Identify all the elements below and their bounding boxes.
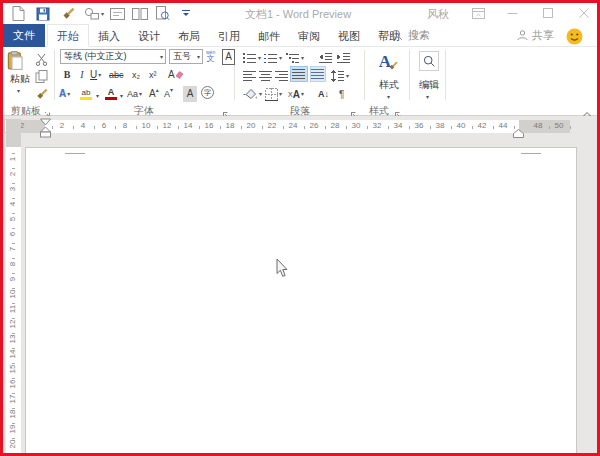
font-name-combo[interactable]: 等线 (中文正文) ▾ — [60, 49, 166, 64]
save-icon[interactable] — [34, 5, 52, 22]
feedback-smiley-icon[interactable] — [566, 28, 583, 49]
ruler-number: 5 — [9, 213, 17, 225]
side-by-side-pages-icon[interactable] — [131, 5, 149, 22]
styles-dropdown-arrow-icon[interactable]: ▾ — [386, 89, 390, 105]
enclose-characters-button[interactable]: 字 — [201, 86, 214, 99]
character-shading-button[interactable]: A — [183, 86, 197, 102]
format-painter-button[interactable] — [35, 86, 49, 102]
distribute-text-button[interactable] — [310, 66, 326, 82]
dropdown-arrow-icon: ▾ — [139, 91, 142, 97]
ruler-tick — [367, 126, 368, 129]
format-painter-brush-icon[interactable] — [59, 5, 77, 22]
cut-button[interactable] — [35, 51, 48, 67]
font-color-bar — [105, 97, 117, 100]
change-case-button[interactable]: Aa▾ — [127, 86, 142, 102]
share-label: 共享 — [532, 28, 554, 43]
highlight-dropdown-arrow-icon[interactable]: ▾ — [95, 88, 99, 104]
grow-font-button[interactable]: A▴ — [149, 86, 159, 102]
font-color-button[interactable]: A — [105, 86, 117, 102]
increase-indent-button[interactable] — [337, 50, 351, 66]
v-ruler[interactable]: 1234567891011121314151617181920 — [5, 117, 22, 453]
h-ruler[interactable]: 2246810121416182022242628303234363840424… — [0, 119, 600, 135]
ribbon-display-options-icon[interactable] — [465, 3, 491, 23]
ruler-number: 6 — [9, 228, 17, 240]
customize-quick-access-toolbar-icon[interactable] — [177, 5, 195, 22]
collapse-ribbon-icon[interactable] — [582, 104, 591, 113]
ruler-tick — [325, 126, 326, 129]
ruler-number: 32 — [373, 122, 382, 130]
multilevel-list-button[interactable]: ▾ — [286, 50, 304, 66]
line-spacing-button[interactable]: ▾ — [331, 68, 349, 84]
tab-file[interactable]: 文件 — [3, 24, 45, 47]
editing-button[interactable] — [419, 51, 439, 71]
ruler-tick — [346, 126, 347, 129]
tab-引用[interactable]: 引用 — [209, 24, 249, 47]
minimize-button[interactable] — [499, 3, 525, 23]
pilcrow-glyph: ¶ — [339, 89, 344, 100]
document-page[interactable] — [25, 147, 577, 456]
justify-button[interactable] — [290, 66, 308, 82]
bullets-button[interactable]: ▾ — [243, 50, 261, 66]
ruler-tick — [12, 303, 15, 304]
paste-button[interactable] — [7, 50, 24, 70]
decrease-indent-button[interactable] — [319, 50, 333, 66]
underline-button[interactable]: U▾ — [90, 67, 101, 83]
align-center-button[interactable] — [259, 68, 273, 84]
font-dialog-launcher-icon[interactable] — [223, 106, 232, 115]
share-button[interactable]: 共享 — [517, 24, 554, 46]
ruler-number: 10 — [142, 122, 151, 130]
ribbon-tab-row: 文件 开始插入设计布局引用邮件审阅视图帮助 搜索 共享 — [3, 24, 597, 47]
ruler-number: 16 — [205, 122, 214, 130]
right-indent-marker[interactable] — [512, 125, 525, 143]
subscript-button[interactable]: x₂ — [132, 67, 140, 83]
borders-button[interactable]: ▾ — [265, 86, 282, 102]
new-document-icon[interactable] — [9, 5, 27, 22]
paragraph-dialog-launcher-icon[interactable] — [351, 106, 360, 115]
tab-开始[interactable]: 开始 — [47, 24, 89, 47]
tab-邮件[interactable]: 邮件 — [249, 24, 289, 47]
shapes-icon[interactable]: ▾ — [81, 5, 107, 22]
tab-设计[interactable]: 设计 — [129, 24, 169, 47]
highlight-color-button[interactable]: ab — [80, 86, 92, 102]
bold-button[interactable]: B — [61, 67, 73, 83]
character-border-button[interactable]: A — [222, 49, 235, 65]
search-box[interactable]: 搜索 — [391, 24, 430, 46]
font-size-combo[interactable]: 五号 ▾ — [169, 49, 203, 64]
print-preview-icon[interactable] — [153, 5, 171, 22]
editing-dropdown-arrow-icon[interactable]: ▾ — [425, 89, 429, 105]
align-right-button[interactable] — [275, 68, 289, 84]
sort-button[interactable]: A ↓ — [318, 86, 329, 102]
tab-审阅[interactable]: 审阅 — [289, 24, 329, 47]
indent-markers[interactable] — [39, 118, 52, 144]
tab-插入[interactable]: 插入 — [89, 24, 129, 47]
asian-layout-button[interactable]: X A ▾ — [288, 86, 304, 102]
ruler-number: 12 — [9, 318, 17, 330]
paste-dropdown-arrow-icon[interactable]: ▾ — [16, 83, 20, 99]
clipboard-dialog-launcher-icon[interactable] — [45, 106, 54, 115]
dropdown-arrow-icon: ▾ — [98, 72, 101, 78]
shrink-font-button[interactable]: A▾ — [164, 86, 173, 102]
text-box-icon[interactable] — [108, 5, 126, 22]
strikethrough-button[interactable]: abc — [109, 67, 124, 83]
phonetic-guide-button[interactable]: wén 文 — [206, 48, 215, 64]
numbering-button[interactable]: ▾ — [264, 50, 282, 66]
italic-button[interactable]: I — [77, 67, 87, 83]
close-button[interactable] — [571, 3, 597, 23]
font-color-dropdown-arrow-icon[interactable]: ▾ — [119, 88, 123, 104]
ruler-tick — [12, 213, 15, 214]
tab-布局[interactable]: 布局 — [169, 24, 209, 47]
styles-button[interactable]: A — [375, 50, 403, 74]
tab-视图[interactable]: 视图 — [329, 24, 369, 47]
maximize-button[interactable] — [535, 3, 561, 23]
superscript-button[interactable]: x² — [149, 67, 157, 83]
show-hide-marks-button[interactable]: ¶ — [339, 86, 344, 102]
text-effects-button[interactable]: A▾ — [59, 86, 70, 102]
align-left-button[interactable] — [243, 68, 257, 84]
dropdown-arrow-icon: ▾ — [160, 54, 163, 60]
underline-glyph: U — [90, 70, 97, 80]
styles-dialog-launcher-icon[interactable] — [395, 106, 404, 115]
shading-button[interactable]: ▾ — [243, 86, 262, 102]
copy-button[interactable] — [35, 68, 48, 84]
clear-formatting-button[interactable]: A — [168, 67, 184, 83]
ruler-number: 6 — [102, 122, 106, 130]
